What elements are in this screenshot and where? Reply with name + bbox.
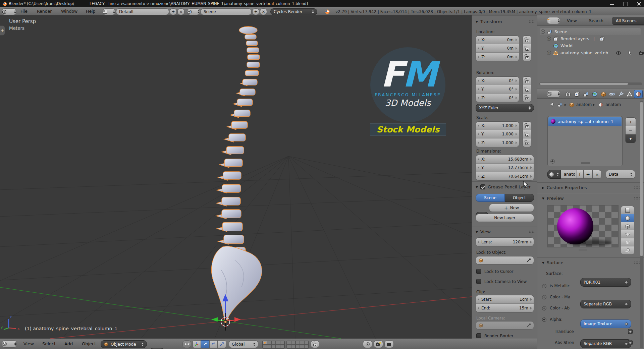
- scene-browse-button[interactable]: [187, 8, 200, 15]
- location-y-field[interactable]: Y:0m: [476, 44, 519, 53]
- delete-scene-button[interactable]: ×: [260, 8, 267, 15]
- mode-dropdown[interactable]: Object Mode: [101, 340, 147, 348]
- menu-render[interactable]: Render: [35, 8, 54, 15]
- lock-to-cursor-row[interactable]: Lock to Cursor: [476, 269, 513, 274]
- layers-grid-2[interactable]: [286, 341, 309, 349]
- preview-hair-button[interactable]: [621, 238, 634, 246]
- menu-view3d-view[interactable]: View: [21, 340, 36, 348]
- screen-layout-name-field[interactable]: Default: [116, 8, 169, 15]
- editor-type-info-button[interactable]: [2, 8, 16, 15]
- lock-button[interactable]: [523, 122, 531, 130]
- expand-socket-icon[interactable]: [542, 317, 546, 322]
- tab-data[interactable]: [625, 90, 634, 98]
- maximize-icon[interactable]: [623, 2, 628, 6]
- material-slot-active[interactable]: anatomy_sp...al_column_1: [548, 117, 622, 126]
- fake-user-button[interactable]: F: [577, 170, 584, 179]
- viewport-3d[interactable]: z y x User Persp Meters (1) anatomy_spin…: [0, 15, 472, 339]
- resize-grip[interactable]: [581, 162, 590, 164]
- surface-node-dropdown[interactable]: PBR.001: [580, 278, 631, 287]
- tab-render[interactable]: [564, 90, 573, 98]
- is-metallic-dropdown[interactable]: Separate RGB: [580, 300, 631, 308]
- lock-button[interactable]: [523, 44, 531, 53]
- material-name-field[interactable]: anato: [561, 170, 577, 179]
- toolshelf-expand-tab[interactable]: +: [0, 25, 5, 36]
- lens-field[interactable]: Lens:120mm: [476, 238, 534, 246]
- expand-icon[interactable]: +: [547, 51, 551, 55]
- tab-modifiers[interactable]: [616, 90, 625, 98]
- pointer-select-icon[interactable]: [627, 50, 633, 56]
- unlink-material-button[interactable]: ×: [592, 170, 602, 179]
- eye-icon[interactable]: [616, 50, 621, 56]
- rotation-mode-dropdown[interactable]: XYZ Euler: [476, 104, 534, 112]
- lock-to-cursor-checkbox[interactable]: [476, 269, 481, 274]
- dimension-y-field[interactable]: Y:12.775cm: [476, 164, 534, 172]
- link-mode-dropdown[interactable]: Data: [606, 170, 635, 179]
- manipulator-toggle-button[interactable]: [182, 340, 191, 348]
- absorption-socket-button[interactable]: [628, 340, 633, 345]
- slot-remove-button[interactable]: −: [626, 126, 636, 134]
- breadcrumb-object[interactable]: anatom: [576, 102, 592, 107]
- tab-render-layers[interactable]: [573, 90, 582, 98]
- screen-layout-icon-button[interactable]: [103, 8, 115, 15]
- properties-editor-type-button[interactable]: [547, 90, 560, 98]
- render-border-row[interactable]: Render Border: [476, 333, 514, 338]
- lock-button[interactable]: [523, 85, 531, 94]
- lock-button[interactable]: [523, 138, 531, 147]
- lock-to-scene-button[interactable]: [311, 340, 319, 348]
- tab-scene[interactable]: [582, 90, 590, 98]
- drag-dots-icon[interactable]: [634, 261, 640, 264]
- material-browse-dropdown[interactable]: [547, 170, 561, 179]
- slot-specials-button[interactable]: ▼: [626, 134, 636, 143]
- clip-end-field[interactable]: End:15m: [476, 304, 534, 312]
- material-slot-list[interactable]: anatomy_sp...al_column_1: [547, 116, 623, 166]
- outliner-editor-type-button[interactable]: [547, 17, 560, 24]
- rotation-z-field[interactable]: Z:0°: [476, 94, 519, 102]
- tab-object[interactable]: Object: [505, 194, 534, 202]
- resize-grip[interactable]: [579, 249, 587, 250]
- eyedropper-icon[interactable]: [526, 258, 531, 263]
- scale-y-field[interactable]: Y:1.000: [476, 130, 519, 138]
- color-ab-dropdown[interactable]: Separate RGB: [580, 339, 631, 348]
- outliner-horizontal-scrollbar[interactable]: [539, 82, 642, 85]
- expand-socket-icon[interactable]: [542, 284, 546, 288]
- location-x-field[interactable]: X:0m: [476, 36, 519, 44]
- drag-dots-icon[interactable]: [529, 20, 535, 23]
- outliner-row-renderlayers[interactable]: + RenderLayers |: [547, 35, 605, 42]
- spine-model[interactable]: [212, 26, 262, 320]
- rotation-x-field[interactable]: X:0°: [476, 77, 519, 85]
- menu-window[interactable]: Window: [59, 8, 79, 15]
- renderlayers-icon[interactable]: [599, 36, 605, 42]
- location-z-field[interactable]: Z:0m: [476, 53, 519, 61]
- preview-sphere-button[interactable]: [621, 214, 634, 222]
- lock-button[interactable]: [523, 130, 531, 138]
- breadcrumb-material[interactable]: anatom: [605, 102, 621, 107]
- lock-button[interactable]: [523, 94, 531, 102]
- preview-monkey-button[interactable]: [621, 230, 634, 238]
- drag-dots-icon[interactable]: [634, 186, 640, 189]
- outliner-row-world[interactable]: World: [553, 42, 573, 49]
- render-simplify-button[interactable]: [363, 340, 372, 348]
- preview-cloth-button[interactable]: [621, 246, 634, 254]
- layers-grid-1[interactable]: [262, 341, 285, 349]
- grease-new-button[interactable]: +New: [489, 204, 534, 212]
- dimension-x-field[interactable]: X:15.683cm: [476, 155, 534, 164]
- delete-layout-button[interactable]: ×: [177, 8, 184, 15]
- lock-camera-checkbox[interactable]: [476, 279, 481, 284]
- slot-add-button[interactable]: +: [626, 118, 636, 126]
- render-border-checkbox[interactable]: [476, 333, 481, 338]
- grease-pencil-checkbox[interactable]: [480, 184, 485, 189]
- scale-x-field[interactable]: X:1.000: [476, 122, 519, 130]
- outliner-row-scene[interactable]: − Scene: [540, 28, 641, 35]
- outliner-menu-search[interactable]: Search: [587, 17, 605, 24]
- scrollbar-thumb[interactable]: [640, 102, 643, 256]
- scrollbar-thumb[interactable]: [540, 83, 628, 85]
- add-scene-button[interactable]: +: [252, 8, 259, 15]
- drag-dots-icon[interactable]: [529, 230, 535, 233]
- add-slot-icon[interactable]: [550, 159, 555, 164]
- manipulator-translate-button[interactable]: [201, 340, 209, 348]
- tab-world[interactable]: [590, 90, 599, 98]
- dimension-z-field[interactable]: Z:70.641cm: [476, 172, 534, 180]
- expand-icon[interactable]: +: [547, 37, 551, 41]
- expand-socket-icon[interactable]: [542, 295, 546, 299]
- lock-button[interactable]: [523, 53, 531, 61]
